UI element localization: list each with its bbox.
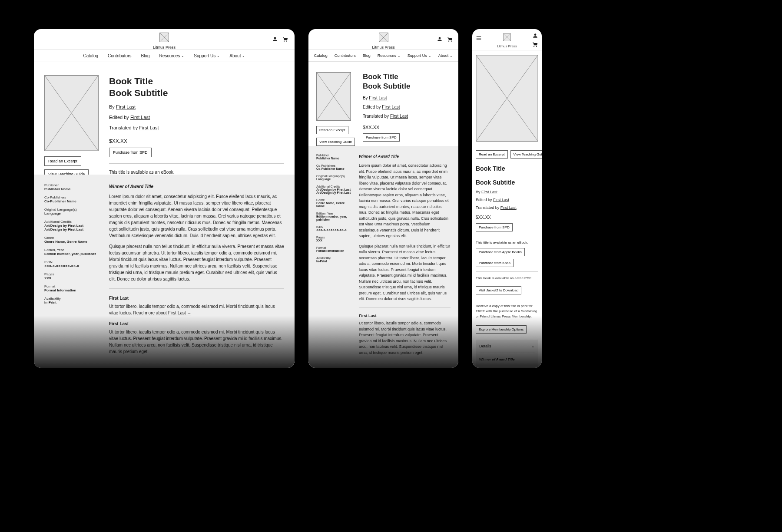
- meta-label: Genre: [316, 198, 351, 202]
- meta-value: Format Information: [44, 288, 99, 292]
- author-bio: Ut tortor libero, iaculis tempor odio a,…: [109, 303, 284, 316]
- meta-value: Art/Design by First Last: [44, 224, 99, 228]
- desktop-wireframe: Litmus Press Catalog Contributors Blog R…: [34, 29, 295, 368]
- meta-value: Format Information: [316, 249, 351, 252]
- price: $XX.XX: [363, 125, 451, 130]
- ebook-label: This title is available as an eBook.: [476, 241, 538, 245]
- meta-label: ISBN: [44, 260, 99, 264]
- author-bio: Ut tortor libero, iaculis tempor odio a,…: [359, 321, 451, 356]
- read-excerpt-button[interactable]: Read an Excerpt: [476, 150, 508, 159]
- pdf-label: This book is available as a free PDF.: [476, 276, 538, 280]
- hamburger-icon[interactable]: [476, 35, 482, 41]
- nav-about[interactable]: About⌄: [229, 53, 245, 58]
- logo-placeholder-icon: [503, 33, 511, 41]
- nav-resources[interactable]: Resources⌄: [159, 53, 184, 58]
- nav-blog[interactable]: Blog: [363, 53, 371, 58]
- tablet-wireframe: Litmus Press Catalog Contributors Blog R…: [308, 29, 458, 368]
- translator-link[interactable]: First Last: [500, 205, 517, 210]
- purchase-spd-button[interactable]: Purchase from SPD: [476, 223, 513, 231]
- meta-label: Publisher: [44, 183, 99, 187]
- meta-label: Additional Credits: [316, 185, 351, 188]
- meta-label: Co-Publishers: [316, 164, 351, 167]
- visit-jacket2-button[interactable]: Visit Jacket2 to Download: [476, 286, 521, 294]
- translator-link[interactable]: First Last: [139, 125, 159, 130]
- nav-blog[interactable]: Blog: [141, 53, 149, 58]
- readmore-link[interactable]: Read more about First Last →: [133, 311, 192, 315]
- book-subtitle: Book Subtitle: [363, 82, 451, 91]
- meta-label: Original Language(s): [44, 208, 99, 211]
- author-heading: First Last: [109, 321, 284, 327]
- author-bio: Ut tortor libero, iaculis tempor odio a,…: [109, 329, 284, 355]
- award-title: Winner of Award Title: [479, 353, 535, 361]
- read-excerpt-button[interactable]: Read an Excerpt: [44, 156, 81, 166]
- cart-icon[interactable]: [532, 41, 538, 47]
- explore-membership-button[interactable]: Explore Membership Options: [476, 325, 527, 334]
- header: Litmus Press: [472, 29, 542, 50]
- person-icon[interactable]: [437, 36, 443, 42]
- details-toggle[interactable]: Details ⌄: [479, 344, 535, 348]
- membership-text: Receive a copy of this title in print fo…: [476, 304, 538, 319]
- nav-catalog[interactable]: Catalog: [83, 53, 98, 58]
- divider: [476, 236, 538, 236]
- author-link[interactable]: First Last: [481, 190, 497, 194]
- nav-support[interactable]: Support Us⌄: [194, 53, 220, 58]
- teaching-guide-button[interactable]: View Teaching Guide: [316, 138, 355, 146]
- brand-name: Litmus Press: [40, 45, 288, 50]
- brand: Litmus Press: [476, 33, 538, 48]
- teaching-guide-button[interactable]: View Teaching Guide: [44, 169, 89, 175]
- meta-label: Pages: [44, 272, 99, 276]
- nav-contributors[interactable]: Contributors: [108, 53, 131, 58]
- cart-icon[interactable]: [282, 36, 288, 42]
- book-cover-placeholder: [316, 72, 351, 121]
- cart-icon[interactable]: [447, 36, 453, 42]
- chevron-down-icon: ⌄: [428, 54, 431, 58]
- meta-label: Co-Publishers: [44, 195, 99, 199]
- nav-resources[interactable]: Resources⌄: [378, 53, 401, 58]
- meta-value: XXX: [316, 239, 351, 242]
- person-icon[interactable]: [272, 36, 278, 42]
- meta-value: Publisher Name: [44, 187, 99, 191]
- details-accordion: Details ⌄ Winner of Award Title: [476, 340, 538, 366]
- nav-about[interactable]: About⌄: [438, 53, 453, 58]
- meta-value: Edition number, year, publisher: [316, 215, 351, 221]
- author-link[interactable]: First Last: [369, 96, 387, 100]
- nav-catalog[interactable]: Catalog: [314, 53, 328, 58]
- main-nav: Catalog Contributors Blog Resources⌄ Sup…: [308, 50, 458, 62]
- logo-placeholder-icon: [159, 33, 169, 42]
- nav-contributors[interactable]: Contributors: [335, 53, 356, 58]
- editor-link[interactable]: First Last: [130, 115, 150, 120]
- purchase-apple-button[interactable]: Purchase from Apple Books: [476, 248, 525, 256]
- book-subtitle: Book Subtitle: [476, 178, 538, 186]
- purchase-spd-button[interactable]: Purchase from SPD: [363, 133, 400, 142]
- translator-link[interactable]: First Last: [390, 114, 408, 119]
- description-paragraph: Quisque placerat nulla non tellus tincid…: [109, 243, 284, 282]
- book-subtitle: Book Subtitle: [109, 87, 284, 99]
- meta-label: Availability: [44, 297, 99, 301]
- person-icon[interactable]: [532, 33, 538, 39]
- meta-label: Genre: [44, 236, 99, 240]
- chevron-down-icon: ⌄: [181, 54, 184, 58]
- chevron-down-icon: ⌄: [217, 54, 220, 58]
- author-link[interactable]: First Last: [116, 104, 136, 109]
- price: $XX.XX: [109, 138, 284, 144]
- author-byline: By First Last: [363, 96, 451, 100]
- meta-label: Edition, Year: [316, 212, 351, 215]
- details-section: PublisherPublisher Name Co-PublishersCo-…: [308, 146, 458, 368]
- main-nav: Catalog Contributors Blog Resources⌄ Sup…: [34, 50, 295, 62]
- editor-byline: Edited by First Last: [476, 198, 538, 202]
- read-excerpt-button[interactable]: Read an Excerpt: [316, 126, 348, 134]
- meta-value: Co-Publisher Name: [44, 199, 99, 203]
- chevron-down-icon: ⌄: [531, 344, 535, 348]
- purchase-kobo-button[interactable]: Purchase from Kobo: [476, 259, 514, 267]
- editor-link[interactable]: First Last: [493, 198, 509, 202]
- nav-support[interactable]: Support Us⌄: [408, 53, 431, 58]
- chevron-down-icon: ⌄: [450, 54, 453, 58]
- description-paragraph: Quisque placerat nulla non tellus tincid…: [359, 244, 451, 302]
- divider: [476, 271, 538, 272]
- editor-link[interactable]: First Last: [382, 105, 400, 109]
- purchase-spd-button[interactable]: Purchase from SPD: [109, 148, 152, 157]
- meta-value: XXX-X-XXXXXX-XX-X: [316, 228, 351, 231]
- meta-value: Art/Design by First Last: [316, 191, 351, 194]
- meta-label: Format: [44, 284, 99, 288]
- teaching-guide-button[interactable]: View Teaching Guide: [510, 150, 542, 159]
